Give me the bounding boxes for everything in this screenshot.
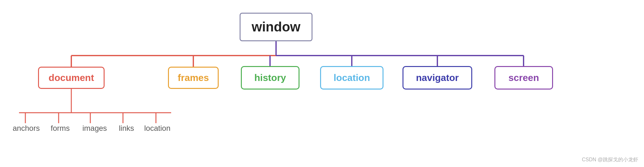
leaf-forms: forms — [51, 124, 70, 133]
node-history: history — [241, 66, 299, 90]
leaf-links: links — [119, 124, 134, 133]
leaf-location2: location — [144, 124, 171, 133]
diagram: window document frames history location … — [0, 0, 644, 167]
leaf-images: images — [82, 124, 107, 133]
node-screen: screen — [494, 66, 553, 90]
leaf-anchors: anchors — [13, 124, 40, 133]
node-frames: frames — [168, 67, 219, 89]
node-document: document — [38, 67, 105, 89]
node-location: location — [320, 66, 383, 90]
node-navigator: navigator — [402, 66, 472, 90]
watermark: CSDN @跳探戈的小龙虾 — [582, 157, 638, 163]
node-window: window — [240, 13, 312, 41]
